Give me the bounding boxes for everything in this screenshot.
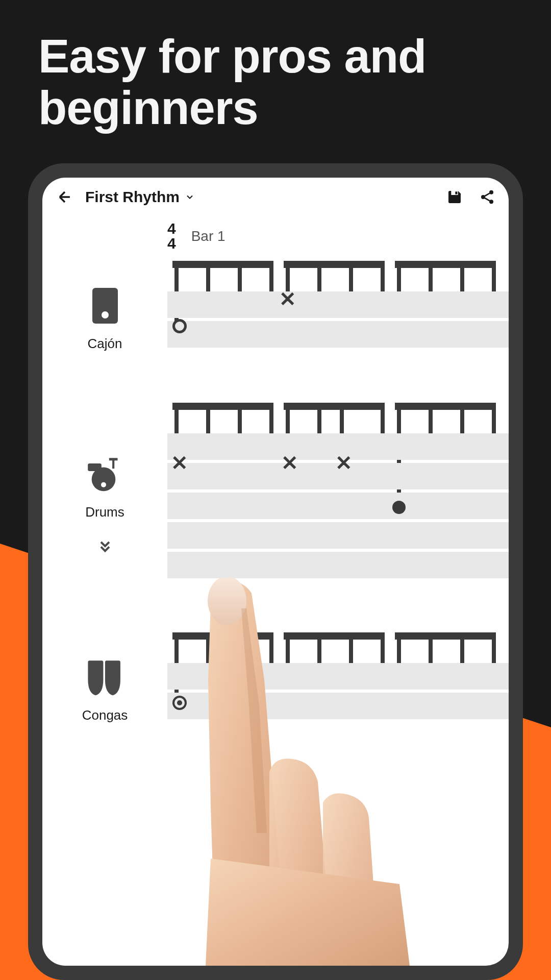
- svg-point-4: [489, 200, 493, 204]
- expand-button[interactable]: [97, 539, 113, 555]
- instrument-name: Cajón: [88, 336, 122, 352]
- note-x[interactable]: ✕: [279, 287, 296, 311]
- share-button[interactable]: [478, 188, 496, 206]
- headline-text: Easy for pros and beginners: [0, 0, 551, 134]
- instrument-label-cajon[interactable]: Cajón: [42, 261, 167, 352]
- instrument-name: Congas: [82, 707, 128, 723]
- notation-area-cajon[interactable]: ✕: [167, 261, 509, 352]
- time-sig-bottom: 4: [167, 236, 176, 251]
- app-header: First Rhythm: [42, 178, 509, 216]
- time-signature[interactable]: 4 4: [167, 222, 176, 251]
- svg-line-5: [485, 193, 489, 196]
- svg-point-3: [481, 195, 485, 199]
- save-button[interactable]: [445, 188, 464, 206]
- svg-line-6: [485, 198, 489, 201]
- instrument-row-drums: Drums: [42, 403, 509, 581]
- drums-icon: [86, 450, 124, 498]
- svg-point-8: [102, 311, 109, 318]
- chevron-down-icon: [185, 192, 195, 202]
- note-x[interactable]: ✕: [171, 451, 188, 475]
- svg-point-2: [489, 190, 493, 194]
- svg-point-12: [92, 467, 116, 491]
- time-sig-top: 4: [167, 222, 176, 236]
- rhythm-title: First Rhythm: [85, 188, 180, 206]
- note-x[interactable]: ✕: [335, 451, 353, 475]
- note-filled[interactable]: [392, 501, 406, 514]
- instrument-label-drums[interactable]: Drums: [42, 403, 167, 581]
- note-open[interactable]: [172, 319, 187, 333]
- bar-label: Bar 1: [191, 228, 226, 244]
- svg-rect-1: [455, 191, 457, 194]
- svg-point-13: [101, 482, 106, 487]
- title-dropdown[interactable]: First Rhythm: [85, 188, 435, 206]
- notation-area-congas[interactable]: [167, 632, 509, 723]
- back-button[interactable]: [55, 187, 75, 207]
- phone-screen: First Rhythm: [42, 178, 509, 966]
- note-target[interactable]: [172, 696, 187, 710]
- notation-area-drums[interactable]: ✕ ✕ ✕: [167, 403, 509, 581]
- time-signature-row: 4 4 Bar 1: [42, 216, 509, 261]
- phone-frame: First Rhythm: [28, 163, 523, 980]
- instrument-label-congas[interactable]: Congas: [42, 632, 167, 723]
- note-x[interactable]: ✕: [281, 451, 298, 475]
- instrument-row-cajon: Cajón: [42, 261, 509, 352]
- save-icon: [446, 189, 463, 205]
- instrument-name: Drums: [85, 504, 124, 520]
- instrument-row-congas: Congas: [42, 632, 509, 723]
- share-icon: [479, 189, 495, 205]
- svg-point-14: [208, 578, 246, 625]
- cajon-icon: [86, 281, 124, 330]
- congas-icon: [86, 653, 124, 701]
